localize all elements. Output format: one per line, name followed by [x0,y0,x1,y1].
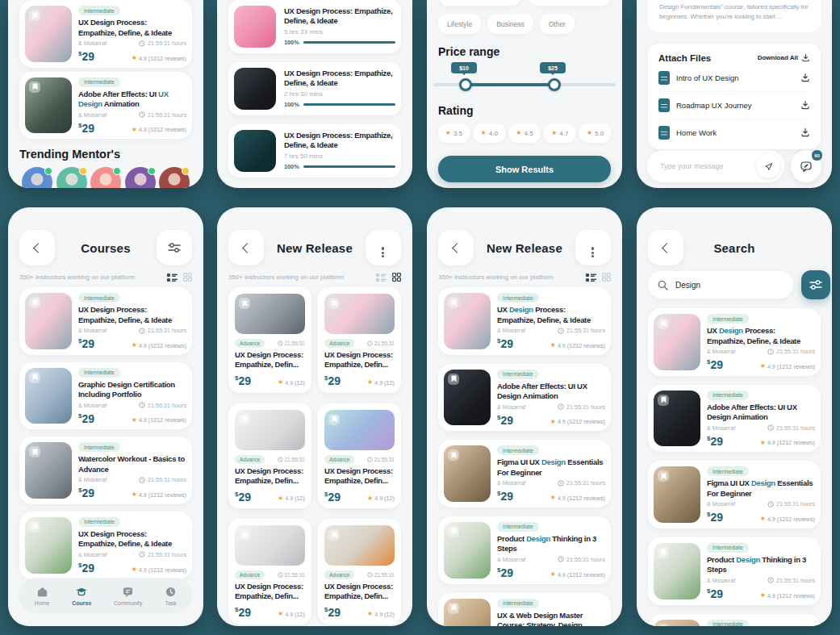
course-rating: ★4.9 (1212 reviews) [760,592,815,599]
course-card[interactable]: Intermediate Product Design Thinking in … [648,537,821,605]
list-view-icon[interactable] [586,274,596,282]
mentor-avatar-item[interactable]: Dr. Callum [56,167,88,188]
mentor-avatar-item[interactable]: Dr. Chloe [21,167,53,188]
course-card[interactable]: Intermediate Watercolor Workout - Basics… [19,437,192,504]
course-thumbnail [234,130,276,172]
progress-course-card[interactable]: UX Design Process: Empathize, Define, & … [228,124,401,178]
file-name: Roadmap UX Journey [676,101,794,110]
course-card[interactable]: Intermediate Adobe After Effects: UI UX … [19,72,192,140]
file-row[interactable]: Roadmap UX Journey [658,92,810,119]
message-input[interactable] [658,161,756,171]
list-view-icon[interactable] [167,274,178,282]
download-file-button[interactable] [800,127,810,137]
course-card[interactable]: Intermediate Adobe After Effects: UI UX … [648,385,821,453]
slider-thumb-max[interactable] [548,78,561,91]
level-badge: Intermediate [78,442,120,452]
course-duration: 7 hrs 50 mins [284,152,395,160]
course-card[interactable]: Intermediate Product Design Thinking in … [438,516,611,584]
show-results-button[interactable]: Show Results [438,156,611,182]
filter-button[interactable] [801,270,830,299]
rating-chip[interactable]: ★ 5.0 [579,123,611,143]
progress-course-card[interactable]: UX Design Process: Empathize, Define, & … [228,62,401,115]
rating-chip[interactable]: ★ 3.5 [438,123,470,143]
rating-chip[interactable]: ★ 4.0 [474,123,505,143]
rating-chip[interactable]: ★ 4.7 [544,123,575,143]
back-button[interactable] [438,230,474,265]
download-icon [801,53,810,62]
partial-chip[interactable] [438,0,521,6]
course-card[interactable]: Advance 21:55:31 UX Design Process: Empa… [228,287,311,393]
course-card[interactable]: Intermediate UX & Web Design Master Cour… [438,593,611,626]
menu-button[interactable] [575,230,611,265]
course-card[interactable]: Intermediate Figma UI UX Design Essentia… [648,461,821,528]
clock-icon [558,328,564,334]
search-input[interactable] [674,280,784,290]
bookmark-icon [239,529,250,541]
course-card[interactable]: Advance 21:55:31 UX Design Process: Empa… [228,519,311,625]
course-card[interactable]: Intermediate Graphic Design Certificatio… [19,362,192,430]
course-card[interactable]: Intermediate UX Design Process: Empathiz… [19,0,192,68]
course-card[interactable]: Advance 21:55:31 UX Design Process: Empa… [228,403,311,509]
course-title: UX Design Process: Empathize, Defin... [235,350,305,370]
course-duration: 2 hrs 30 mins [284,90,395,98]
course-card[interactable]: Advance 21:55:31 UX Design Process: Empa… [318,519,401,625]
course-card[interactable]: Advance 21:55:31 UX Design Process: Empa… [318,403,401,509]
sliders-icon [809,279,822,290]
level-badge: Intermediate [497,522,539,532]
partial-chip[interactable] [528,0,611,6]
course-card[interactable]: Intermediate UX & Web Design Master Cour… [648,614,821,626]
grid-view-icon[interactable] [602,273,611,282]
send-button[interactable] [756,154,780,178]
course-price: $29 [707,357,723,370]
download-all-button[interactable]: Download All [758,53,810,62]
bookmark-icon [328,414,340,425]
course-card[interactable]: Intermediate UX Design Process: Empathiz… [19,512,192,579]
course-card[interactable]: Advance 21:55:31 UX Design Process: Empa… [318,287,401,393]
menu-button[interactable] [366,230,401,265]
price-range-title: Price range [438,45,611,58]
rating-chip[interactable]: ★ 4.5 [509,123,541,143]
course-card[interactable]: Intermediate UX Design Process: Empathiz… [648,308,821,376]
category-chip[interactable]: Other [540,14,575,34]
grid-view-icon[interactable] [392,273,401,282]
course-card[interactable]: Intermediate UX Design Process: Empathiz… [438,287,611,355]
price-range-slider: $10 $25 [438,62,611,98]
course-card-list: Intermediate UX Design Process: Empathiz… [19,0,192,139]
download-file-button[interactable] [800,100,810,110]
category-chip[interactable]: Business [487,14,533,34]
chat-button[interactable]: 93 [791,150,821,182]
course-card[interactable]: Intermediate UX Design Process: Empathiz… [19,287,192,355]
settings-button[interactable] [157,230,192,265]
back-button[interactable] [648,230,683,265]
progress-percent: 100% [284,163,299,170]
star-icon: ★ [132,491,137,498]
course-duration: 21:55:31 hours [558,327,605,334]
mentor-avatar-item[interactable]: Dr. Cathe [90,167,122,188]
mentor-avatar-item[interactable]: Dr.Carson [124,167,157,188]
course-price: $29 [78,485,94,499]
file-row[interactable]: Intro of UX Design [658,65,810,92]
list-view-icon[interactable] [376,274,387,282]
back-button[interactable] [19,230,55,265]
progress-course-card[interactable]: UX Design Process: Empathize, Define, & … [228,0,401,53]
download-file-button[interactable] [800,73,810,82]
nav-item-task[interactable]: Task [165,586,177,606]
mentor-avatar-item[interactable]: Dr.Jocely [158,167,190,188]
file-row[interactable]: Home Work [658,119,810,146]
course-thumbnail [25,517,72,574]
nav-item-community[interactable]: Community [114,586,142,606]
category-chip[interactable]: Lifestyle [438,14,481,34]
course-card[interactable]: Intermediate Figma UI UX Design Essentia… [438,440,611,508]
clock-icon [767,349,774,355]
nav-item-course[interactable]: Course [72,586,91,606]
star-icon: ★ [760,363,766,370]
back-button[interactable] [228,230,264,265]
slider-thumb-min[interactable] [459,78,472,91]
file-list: Intro of UX Design Roadmap UX Journey [658,65,810,146]
course-rating: ★4.9 (1212 reviews) [550,571,605,579]
nav-item-home[interactable]: Home [35,586,50,606]
grid-view-icon[interactable] [183,273,192,282]
course-card[interactable]: Intermediate Adobe After Effects: UI UX … [438,364,611,432]
course-price: $29 [497,336,513,349]
course-duration: 21:55:31 hours [139,111,186,119]
